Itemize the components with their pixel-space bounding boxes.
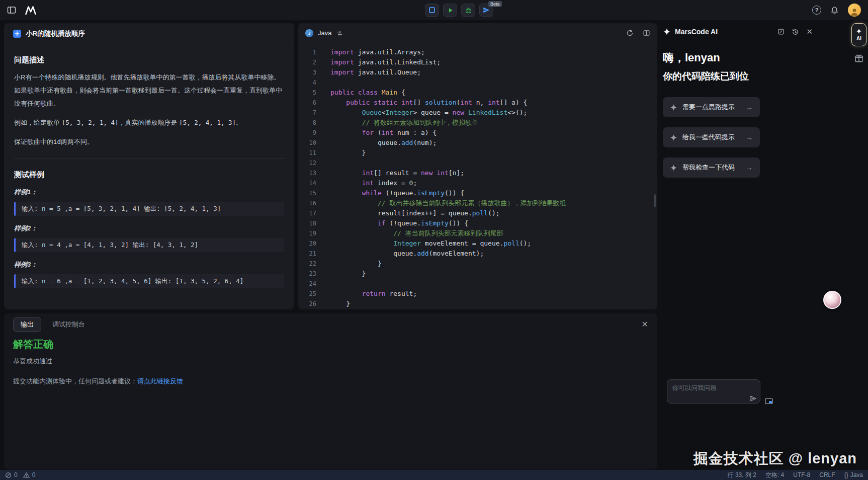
ai-input-row [667,379,773,406]
submit-button[interactable]: Beta [479,4,493,17]
problem-guarantee-line: 保证歌曲中的id两两不同。 [14,135,284,148]
code-line[interactable]: 21 queue.add(moveElement); [298,249,657,259]
layout-square-button[interactable] [425,4,439,17]
notification-bell-icon[interactable] [830,6,839,15]
code-line[interactable]: 7 Queue<Integer> queue = new LinkedList<… [298,108,657,118]
run-button[interactable] [443,4,457,17]
tab-output[interactable]: 输出 [13,317,41,332]
inline-code: [5, 2, 4, 1, 3] [179,119,236,126]
line-number: 19 [298,228,326,238]
code-line[interactable]: 13 int[] result = new int[n]; [298,168,657,178]
ai-close-icon[interactable]: ✕ [806,28,813,35]
code-line[interactable]: 26 } [298,299,657,309]
code-line[interactable]: 22 } [298,259,657,269]
eol-setting[interactable]: CRLF [819,471,835,478]
line-number: 17 [298,208,326,218]
problem-title: 小R的随机播放顺序 [26,29,85,38]
code-line[interactable]: 11 } [298,148,657,158]
code-line[interactable]: 12 [298,158,657,168]
code-line[interactable]: 25 return result; [298,289,657,299]
gift-icon[interactable] [854,53,864,63]
problems-indicator[interactable]: 0 0 [5,471,38,478]
code-line[interactable]: 9 for (int num : a) { [298,128,657,138]
ai-toggle-label: AI [856,36,861,41]
right-activity-bar: AI [850,23,868,63]
line-number: 18 [298,218,326,228]
feedback-icon[interactable] [777,28,785,35]
code-line[interactable]: 8 // 将数组元素添加到队列中，模拟歌单 [298,118,657,128]
feedback-line: 提交功能内测体验中，任何问题或者建议：请点此链接反馈 [13,377,648,386]
user-avatar[interactable] [848,4,861,17]
code-line[interactable]: 4 [298,77,657,88]
topbar-right: ? [812,4,861,17]
problem-panel: 小R的随机播放顺序 问题描述 小R有一个特殊的随机播放规则。他首先播放歌单中的第… [4,23,294,309]
result-subtext: 恭喜成功通过 [13,357,648,366]
code-line[interactable]: 19 // 将当前队列头部元素移到队列尾部 [298,228,657,238]
code-line[interactable]: 20 Integer moveElement = queue.poll(); [298,238,657,249]
suggestion-label: 帮我检查一下代码 [682,163,735,172]
code-line[interactable]: 10 queue.add(num); [298,138,657,148]
code-line[interactable]: 5public class Main { [298,88,657,98]
feedback-link[interactable]: 请点此链接反馈 [137,377,183,385]
split-view-icon[interactable] [643,29,650,37]
suggestion-code-hint[interactable]: 给我一些代码提示 → [663,127,760,147]
juejin-watermark: 掘金技术社区 @ lenyan [693,449,857,469]
line-number: 21 [298,249,326,259]
code-line[interactable]: 17 result[index++] = queue.poll(); [298,208,657,218]
sparkle-icon [670,134,677,141]
code-line[interactable]: 6 public static int[] solution(int n, in… [298,98,657,108]
editor-scrollbar[interactable] [654,194,656,207]
ai-panel-toggle-button[interactable]: AI [851,23,866,46]
code-line[interactable]: 18 if (!queue.isEmpty()) { [298,218,657,228]
sidebar-toggle-icon[interactable] [7,6,16,14]
code-lines: 1import java.util.Arrays;2import java.ut… [298,47,657,309]
indentation-setting[interactable]: 空格: 4 [765,471,784,479]
line-number: 10 [298,138,326,148]
cursor-position[interactable]: 行 33, 列 2 [728,471,756,479]
code-line[interactable]: 2import java.util.LinkedList; [298,57,657,67]
code-line[interactable]: 24 [298,279,657,289]
debug-button[interactable] [461,4,475,17]
code-line[interactable]: 3import java.util.Queue; [298,67,657,77]
sample-io-block: 输入: n = 4 ,a = [4, 1, 3, 2] 输出: [4, 3, 1… [14,238,284,252]
warning-count: 0 [32,471,36,478]
line-number: 23 [298,269,326,279]
code-area[interactable]: 1import java.util.Arrays;2import java.ut… [298,43,657,309]
line-number: 3 [298,67,326,77]
console-close-icon[interactable]: ✕ [642,321,648,329]
line-number: 11 [298,148,326,158]
language-tab[interactable]: Java [318,29,331,37]
arrow-right-icon: → [746,103,753,111]
suggestion-check-code[interactable]: 帮我检查一下代码 → [663,157,760,178]
problem-description: 小R有一个特殊的随机播放规则。他首先播放歌单中的第一首歌，播放后将其从歌单中移除… [14,71,284,110]
marscode-logo-icon[interactable] [24,5,37,16]
float-window-icon[interactable] [764,397,773,406]
code-line[interactable]: 14 int index = 0; [298,178,657,188]
inline-code: [5, 3, 2, 1, 4] [62,119,119,126]
encoding-setting[interactable]: UTF-8 [793,471,810,478]
language-mode[interactable]: {}Java [844,471,863,478]
code-line[interactable]: 15 while (!queue.isEmpty()) { [298,188,657,198]
language-switch-icon[interactable] [336,30,343,37]
history-icon[interactable] [792,28,799,36]
desc-heading: 问题描述 [14,55,284,65]
section-divider [14,158,284,159]
suggestion-label: 需要一点思路提示 [682,103,735,112]
help-icon[interactable]: ? [812,6,821,15]
line-number: 9 [298,128,326,138]
ai-question-input[interactable] [667,379,760,404]
reset-code-icon[interactable] [626,29,634,37]
line-number: 20 [298,238,326,249]
code-line[interactable]: 16 // 取出并移除当前队列头部元素（播放歌曲），添加到结果数组 [298,198,657,208]
code-line[interactable]: 23 } [298,269,657,279]
square-icon [428,7,436,14]
tab-debug-console[interactable]: 调试控制台 [52,320,85,329]
play-icon [447,7,454,14]
suggestion-idea-hint[interactable]: 需要一点思路提示 → [663,97,760,117]
line-number: 12 [298,158,326,168]
arrow-right-icon: → [746,133,753,141]
problem-header: 小R的随机播放顺序 [4,23,294,44]
code-line[interactable]: 1import java.util.Arrays; [298,47,657,57]
send-icon[interactable] [750,395,757,402]
ai-assistant-avatar[interactable] [823,291,841,309]
